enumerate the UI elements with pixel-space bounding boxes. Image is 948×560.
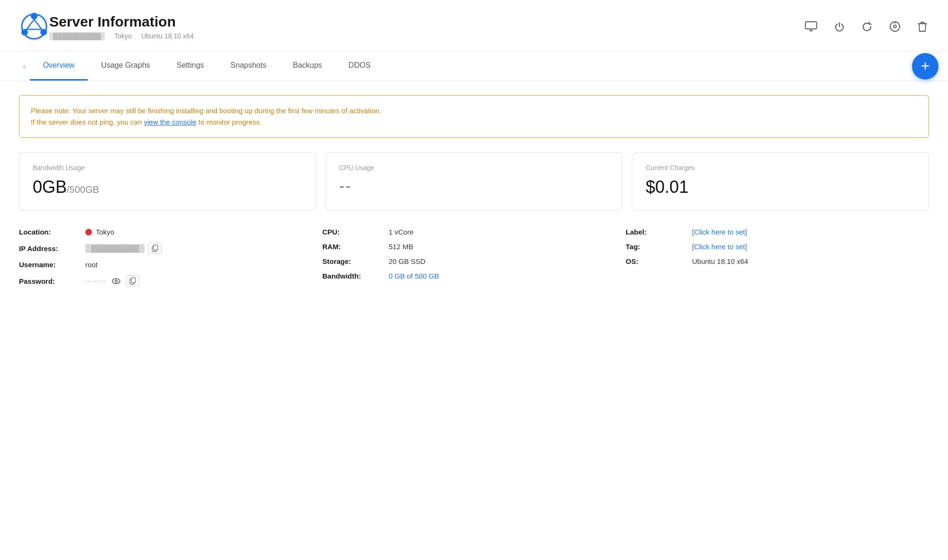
cpu-card: CPU Usage -- [326,152,623,211]
delete-button[interactable] [916,19,929,34]
os-key: OS: [626,257,692,265]
tab-overview[interactable]: Overview [30,52,88,81]
cpu-value: -- [339,177,609,195]
bandwidth-card: Bandwidth Usage 0GB/500GB [19,152,316,211]
show-password-button[interactable] [110,277,122,285]
logo-icon [19,11,49,42]
ram-row: RAM: 512 MB [322,243,626,251]
bandwidth-used: 0GB [33,177,67,197]
os-row: OS: Ubuntu 18.10 x64 [626,257,929,265]
os-val: Ubuntu 18.10 x64 [692,257,748,265]
ip-key: IP Address: [19,244,85,253]
tag-key: Tag: [626,243,692,251]
tab-prev-button[interactable]: ‹ [19,61,30,72]
notice-box: Please note: Your server may still be fi… [19,95,929,138]
svg-rect-8 [805,22,817,29]
media-button[interactable] [887,19,902,34]
tag-row: Tag: [Click here to set] [626,243,929,251]
server-os: Ubuntu 18.10 x64 [141,32,194,40]
cpu-val: 1 vCore [389,228,414,236]
ram-val: 512 MB [389,243,413,251]
svg-point-12 [893,25,896,28]
ip-row: IP Address: ███████████ [19,243,322,254]
svg-rect-22 [131,278,136,283]
header-actions [803,19,929,34]
tabs-container: ‹ Overview Usage Graphs Settings Snapsho… [0,52,948,81]
notice-text2: If the server does not ping, you can [31,118,144,126]
password-dots: ······· [85,278,106,284]
tab-backups[interactable]: Backups [280,52,335,81]
password-key: Password: [19,277,85,285]
copy-ip-button[interactable] [148,243,162,254]
bandwidth-info-key: Bandwidth: [322,272,389,280]
cpu-key: CPU: [322,228,389,236]
server-ip: ███████████ [49,32,105,40]
svg-point-2 [31,13,37,19]
main-content: Please note: Your server may still be fi… [0,81,948,306]
bandwidth-total: /500GB [67,184,99,195]
cpu-dashes: -- [339,177,352,194]
tag-val[interactable]: [Click here to set] [692,243,747,251]
cpu-usage-label: CPU Usage [339,164,609,172]
header-info: Server Information ███████████ Tokyo Ubu… [49,13,803,40]
notice-text1: Please note: Your server may still be fi… [31,107,382,115]
ip-val: ███████████ [85,243,162,254]
add-button[interactable]: + [912,53,939,80]
label-key: Label: [626,228,692,236]
username-val: root [85,261,98,269]
charges-card: Current Charges $0.01 [632,152,929,211]
bandwidth-info-row: Bandwidth: 0 GB of 500 GB [322,272,626,280]
header: Server Information ███████████ Tokyo Ubu… [0,0,948,52]
charges-label: Current Charges [646,164,915,172]
tab-settings[interactable]: Settings [164,52,218,81]
info-col-2: CPU: 1 vCore RAM: 512 MB Storage: 20 GB … [322,228,626,287]
username-row: Username: root [19,261,322,269]
view-console-link[interactable]: view the console [144,118,196,126]
bandwidth-label: Bandwidth Usage [33,164,302,172]
location-dot-icon [85,229,92,235]
tabs: Overview Usage Graphs Settings Snapshots… [30,52,919,81]
power-button[interactable] [832,19,847,34]
ram-key: RAM: [322,243,389,251]
page-title: Server Information [49,13,803,30]
notice-text3: to monitor progress. [196,118,262,126]
label-row: Label: [Click here to set] [626,228,929,236]
location-row: Location: Tokyo [19,228,322,236]
header-meta: ███████████ Tokyo Ubuntu 18.10 x64 [49,32,803,40]
storage-row: Storage: 20 GB SSD [322,257,626,265]
svg-point-20 [115,280,118,282]
username-key: Username: [19,261,85,269]
console-button[interactable] [803,19,819,34]
ip-address: ███████████ [85,244,145,253]
cpu-row: CPU: 1 vCore [322,228,626,236]
tab-snapshots[interactable]: Snapshots [217,52,280,81]
storage-key: Storage: [322,257,389,265]
password-row: Password: ······· [19,275,322,287]
tab-ddos[interactable]: DDOS [335,52,383,81]
charges-value: $0.01 [646,177,915,197]
location-key: Location: [19,228,85,236]
password-val: ······· [85,275,139,287]
bandwidth-info-val[interactable]: 0 GB of 500 GB [389,272,439,280]
copy-password-button[interactable] [126,275,139,287]
tab-usage-graphs[interactable]: Usage Graphs [88,52,163,81]
info-col-1: Location: Tokyo IP Address: ███████████ [19,228,322,287]
reload-button[interactable] [860,19,874,34]
server-location: Tokyo [114,32,132,40]
info-col-3: Label: [Click here to set] Tag: [Click h… [626,228,929,287]
storage-val: 20 GB SSD [389,257,426,265]
stats-row: Bandwidth Usage 0GB/500GB CPU Usage -- C… [19,152,929,211]
label-val[interactable]: [Click here to set] [692,228,747,236]
svg-point-19 [112,279,120,284]
location-text: Tokyo [96,228,114,236]
location-val: Tokyo [85,228,114,236]
info-grid: Location: Tokyo IP Address: ███████████ [19,228,929,287]
bandwidth-value: 0GB/500GB [33,177,302,197]
svg-rect-18 [154,245,158,250]
